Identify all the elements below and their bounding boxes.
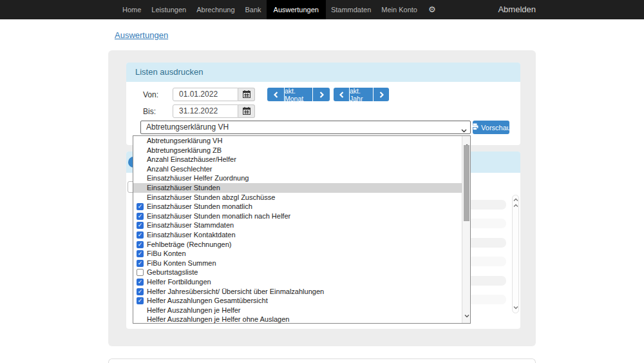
dropdown-scrollbar[interactable] <box>462 136 470 323</box>
calendar-icon <box>243 106 251 117</box>
dropdown-option-label: FiBu Konten <box>147 250 186 257</box>
dropdown-option-label: Abtretungserklärung ZB <box>147 146 222 154</box>
to-date-label: Bis: <box>143 107 156 116</box>
from-date-label: Von: <box>143 90 158 99</box>
dropdown-option-helfer-auszahlungen-gesamt-bersicht[interactable]: ✓Helfer Auszahlungen Gesamtübersicht <box>133 296 470 306</box>
dropdown-option-helfer-fortbildungen[interactable]: ✓Helfer Fortbildungen <box>133 277 470 287</box>
dropdown-option-einsatzh-user-kontaktdaten[interactable]: ✓Einsatzhäuser Kontaktdaten <box>133 230 470 240</box>
nav-item-bank[interactable]: Bank <box>240 0 267 19</box>
current-year-button[interactable]: akt. Jahr <box>350 88 373 101</box>
dropdown-option-label: Einsatzhäuser Stunden monatlich <box>147 202 252 210</box>
page: HomeLeistungenAbrechnungBankAuswertungen… <box>0 0 644 363</box>
dropdown-option-einsatzh-user-stunden-abzgl-zusch-sse[interactable]: Einsatzhäuser Stunden abzgl Zuschüsse <box>133 193 470 202</box>
list-type-selected-value: Abtretungserklärung VH <box>146 121 229 133</box>
dropdown-list: Abtretungserklärung VHAbtretungserklärun… <box>133 135 471 324</box>
breadcrumb-auswertungen-link[interactable]: Auswertungen <box>115 30 168 40</box>
dropdown-option-geburtstagsliste[interactable]: Geburtstagsliste <box>133 268 470 277</box>
dropdown-option-fibu-konten[interactable]: ✓FiBu Konten <box>133 249 470 259</box>
dropdown-option-helfer-auszahlungen-je-helfer-ohne-auslagen[interactable]: Helfer Auszahlungen je Helfer ohne Ausla… <box>133 315 470 324</box>
dropdown-option-label: Einsatzhäuser Stammdaten <box>147 221 234 229</box>
dropdown-option-label: Einsatzhäuser Stunden abzgl Zuschüsse <box>147 193 275 201</box>
nav-item-mein-konto[interactable]: Mein Konto <box>376 0 422 19</box>
calendar-icon <box>243 89 251 101</box>
dropdown-option-abtretungserkl-rung-zb[interactable]: Abtretungserklärung ZB <box>133 146 470 155</box>
dropdown-option-label: FiBu Konten Summen <box>147 259 216 267</box>
dropdown-option-einsatzh-user-stunden-monatlich-nach-helfer[interactable]: ✓Einsatzhäuser Stunden monatlich nach He… <box>133 211 470 221</box>
preview-button-label: Vorschau <box>481 124 511 132</box>
current-month-button[interactable]: akt. Monat <box>285 88 312 101</box>
top-navbar: HomeLeistungenAbrechnungBankAuswertungen… <box>0 0 644 19</box>
previous-year-button[interactable] <box>334 88 349 101</box>
scrollbar-thumb[interactable] <box>464 145 469 221</box>
list-type-select[interactable]: Abtretungserklärung VH <box>140 121 471 134</box>
to-date-input[interactable]: 31.12.2022 <box>173 104 238 118</box>
logout-button[interactable]: Abmelden <box>498 0 536 19</box>
dropdown-option-label: Anzahl Geschlechter <box>147 165 213 173</box>
from-date-input[interactable]: 01.01.2022 <box>173 88 238 101</box>
checkbox-checked-icon[interactable]: ✓ <box>137 222 144 229</box>
checkbox-checked-icon[interactable]: ✓ <box>137 260 144 267</box>
chevron-left-icon <box>339 89 344 101</box>
dropdown-option-label: Helfer Auszahlungen je Helfer <box>147 306 241 314</box>
checkbox-checked-icon[interactable]: ✓ <box>137 213 144 220</box>
nav-item-leistungen[interactable]: Leistungen <box>146 0 191 19</box>
dropdown-option-abtretungserkl-rung-vh[interactable]: Abtretungserklärung VH <box>133 136 470 146</box>
dropdown-option-label: Helfer Fortbildungen <box>147 278 211 286</box>
dropdown-option-label: Fehlbeträge (Rechnungen) <box>147 240 231 248</box>
dropdown-option-fehlbetr-ge-rechnungen[interactable]: ✓Fehlbeträge (Rechnungen) <box>133 240 470 250</box>
dropdown-option-anzahl-geschlechter[interactable]: Anzahl Geschlechter <box>133 164 470 174</box>
nav-item-home[interactable]: Home <box>117 0 146 19</box>
dropdown-option-label: Anzahl Einsatzhäuser/Helfer <box>147 155 236 163</box>
footer-panel <box>108 358 536 363</box>
print-lists-panel-title: Listen ausdrucken <box>126 63 520 82</box>
dropdown-option-fibu-konten-summen[interactable]: ✓FiBu Konten Summen <box>133 259 470 268</box>
dropdown-option-label: Einsatzhäuser Kontaktdaten <box>147 231 236 239</box>
dropdown-option-label: Helfer Auszahlungen je Helfer ohne Ausla… <box>147 315 289 323</box>
dropdown-option-label: Einsatzhäuser Helfer Zuordnung <box>147 174 249 182</box>
dropdown-option-label: Einsatzhäuser Stunden <box>147 184 220 191</box>
to-date-group: 31.12.2022 <box>173 104 255 118</box>
next-year-button[interactable] <box>374 88 389 101</box>
from-date-group: 01.01.2022 <box>173 88 255 101</box>
checkbox-checked-icon[interactable]: ✓ <box>137 288 144 295</box>
checkbox-checked-icon[interactable]: ✓ <box>137 241 144 248</box>
chevron-left-icon <box>274 89 278 101</box>
nav-item-abrechnung[interactable]: Abrechnung <box>191 0 240 19</box>
dropdown-option-anzahl-einsatzh-user-helfer[interactable]: Anzahl Einsatzhäuser/Helfer <box>133 155 470 164</box>
checkbox-checked-icon[interactable]: ✓ <box>137 231 144 239</box>
dropdown-option-label: Geburtstagsliste <box>147 268 198 276</box>
scroll-down-icon[interactable] <box>464 309 469 320</box>
checkbox-unchecked-icon[interactable] <box>137 269 144 276</box>
dropdown-option-label: Abtretungserklärung VH <box>147 137 222 144</box>
preview-button[interactable]: Vorschau <box>473 121 509 134</box>
nav-item-auswertungen[interactable]: Auswertungen <box>267 0 326 19</box>
scroll-up-icon[interactable] <box>513 204 518 208</box>
dropdown-option-einsatzh-user-stammdaten[interactable]: ✓Einsatzhäuser Stammdaten <box>133 221 470 230</box>
dropdown-option-einsatzh-user-helfer-zuordnung[interactable]: Einsatzhäuser Helfer Zuordnung <box>133 173 470 183</box>
printer-icon <box>471 123 478 132</box>
nav-item-stammdaten[interactable]: Stammdaten <box>326 0 376 19</box>
checkbox-checked-icon[interactable]: ✓ <box>137 250 144 257</box>
previous-month-button[interactable] <box>267 88 284 101</box>
dropdown-option-label: Helfer Auszahlungen Gesamtübersicht <box>147 297 268 304</box>
next-month-button[interactable] <box>313 88 330 101</box>
scroll-down-icon[interactable] <box>513 306 518 309</box>
current-year-nav: akt. Jahr <box>334 88 389 101</box>
chevron-down-icon <box>461 124 467 135</box>
dropdown-option-helfer-auszahlungen-je-helfer[interactable]: Helfer Auszahlungen je Helfer <box>133 306 470 315</box>
dropdown-option-helfer-jahres-bersicht-bersicht-ber-einmalzahlungen[interactable]: ✓Helfer Jahresübersicht/ Übersicht über … <box>133 287 470 297</box>
scroll-up-icon[interactable] <box>513 198 518 202</box>
dropdown-option-einsatzh-user-stunden-monatlich[interactable]: ✓Einsatzhäuser Stunden monatlich <box>133 202 470 211</box>
panel-scrollbar[interactable] <box>512 195 519 313</box>
from-date-calendar-button[interactable] <box>238 88 255 101</box>
dropdown-option-label: Helfer Jahresübersicht/ Übersicht über E… <box>147 288 324 295</box>
checkbox-checked-icon[interactable]: ✓ <box>137 297 144 304</box>
nav-items: HomeLeistungenAbrechnungBankAuswertungen… <box>108 0 536 19</box>
chevron-right-icon <box>319 89 324 101</box>
checkbox-checked-icon[interactable]: ✓ <box>137 203 144 210</box>
gear-icon[interactable]: ⚙ <box>422 0 442 19</box>
current-month-nav: akt. Monat <box>267 88 330 101</box>
to-date-calendar-button[interactable] <box>238 104 255 118</box>
dropdown-option-einsatzh-user-stunden[interactable]: Einsatzhäuser Stunden <box>133 183 470 193</box>
checkbox-checked-icon[interactable]: ✓ <box>137 279 144 286</box>
